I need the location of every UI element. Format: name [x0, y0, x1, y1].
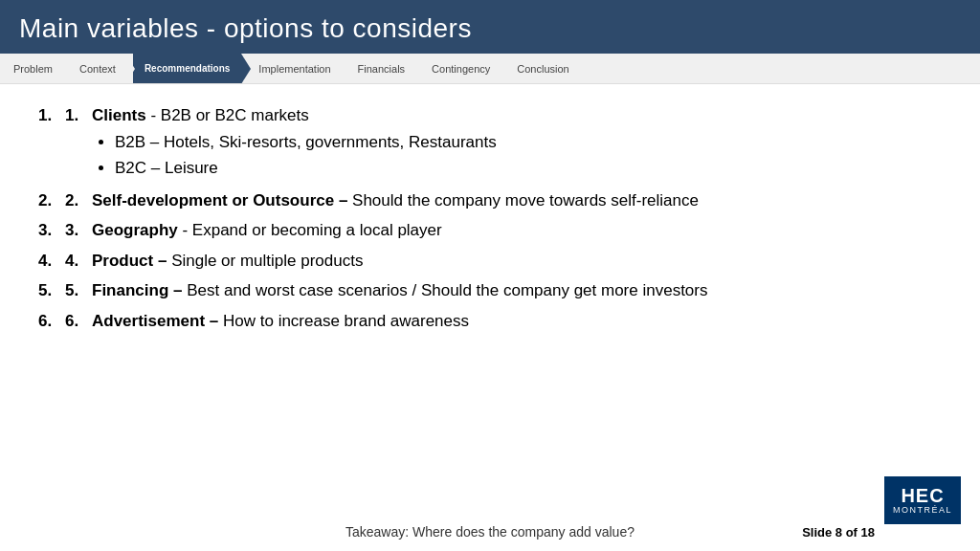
item-content: Self-development or Outsource – Should t… [92, 188, 942, 213]
item-label: Financing – [92, 281, 182, 299]
nav-arrow-6 [500, 54, 509, 84]
item-content: Advertisement – How to increase brand aw… [92, 309, 942, 334]
nav-arrow-3 [241, 54, 251, 84]
item-dash: - [146, 106, 161, 124]
item-number: 6. [65, 309, 92, 334]
takeaway-text: Takeaway: Where does the company add val… [345, 524, 635, 540]
item-number: 2. [65, 188, 92, 213]
item-label: Self-development or Outsource – [92, 191, 347, 209]
item-content: Clients - B2B or B2C markets B2B – Hotel… [92, 103, 942, 183]
nav-arrow-7 [579, 54, 589, 84]
item-body: Single or multiple products [167, 252, 363, 270]
item-number: 5. [65, 278, 92, 303]
list-item: 5. Financing – Best and worst case scena… [38, 278, 942, 303]
item-body: How to increase brand awareness [218, 312, 469, 330]
item-label: Clients [92, 106, 146, 124]
list-item: B2C – Leisure [115, 156, 942, 181]
item-content: Product – Single or multiple products [92, 249, 942, 274]
nav-arrow-5 [414, 54, 424, 84]
logo-bottom: MONTRÉAL [893, 505, 952, 516]
list-item: B2B – Hotels, Ski-resorts, governments, … [115, 130, 942, 155]
nav-item-implementation[interactable]: Implementation [249, 54, 340, 83]
item-content: Geography - Expand or becoming a local p… [92, 218, 942, 243]
list-item: 6. Advertisement – How to increase brand… [38, 309, 942, 334]
nav-item-recommendations[interactable]: Recommendations [133, 54, 241, 83]
item-dash: - [178, 221, 192, 239]
nav-arrow-2 [125, 54, 135, 84]
page-title: Main variables - options to considers [19, 13, 472, 43]
nav-item-problem[interactable]: Problem [4, 54, 62, 83]
hec-logo: HEC MONTRÉAL [884, 476, 961, 524]
nav-item-conclusion[interactable]: Conclusion [507, 54, 578, 83]
item-number: 1. [65, 103, 92, 128]
list-item: 4. Product – Single or multiple products [38, 249, 942, 274]
item-label: Advertisement – [92, 312, 218, 330]
list-item: 2. Self-development or Outsource – Shoul… [38, 188, 942, 213]
list-item: 3. Geography - Expand or becoming a loca… [38, 218, 942, 243]
nav-arrow-1 [62, 54, 72, 84]
item-body: B2B or B2C markets [161, 106, 309, 124]
page-header: Main variables - options to considers [0, 0, 980, 54]
item-body: Best and worst case scenarios / Should t… [182, 281, 707, 299]
item-body: Expand or becoming a local player [192, 221, 442, 239]
item-number: 4. [65, 249, 92, 274]
slide-number: Slide 8 of 18 [802, 525, 875, 540]
nav-arrow-4 [341, 54, 350, 84]
nav-item-financials[interactable]: Financials [348, 54, 415, 83]
logo-top: HEC [901, 486, 944, 505]
sub-list: B2B – Hotels, Ski-resorts, governments, … [92, 130, 942, 181]
item-label: Geography [92, 221, 178, 239]
nav-item-context[interactable]: Context [70, 54, 125, 83]
item-label: Product – [92, 252, 167, 270]
item-number: 3. [65, 218, 92, 243]
item-body: Should the company move towards self-rel… [347, 191, 699, 209]
list-item: 1. Clients - B2B or B2C markets B2B – Ho… [38, 103, 942, 183]
main-list: 1. Clients - B2B or B2C markets B2B – Ho… [38, 103, 942, 333]
item-content: Financing – Best and worst case scenario… [92, 278, 942, 303]
nav-item-contingency[interactable]: Contingency [422, 54, 500, 83]
nav-breadcrumb: Problem Context Recommendations Implemen… [0, 54, 980, 84]
main-content: 1. Clients - B2B or B2C markets B2B – Ho… [0, 84, 980, 348]
